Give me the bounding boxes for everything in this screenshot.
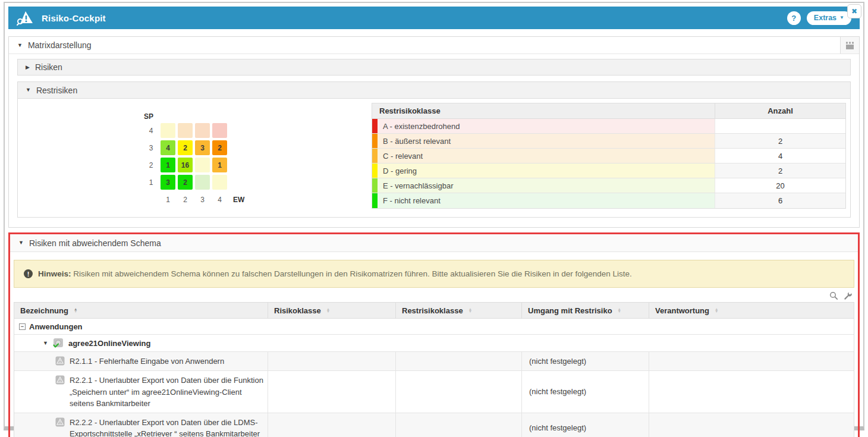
matrix-cell[interactable] [195,158,210,172]
risk-bezeichnung: R2.1.1 - Fehlerhafte Eingabe von Anwende… [70,355,224,367]
matrix-cell[interactable] [212,175,227,190]
matrix-cell[interactable]: 1 [161,158,175,172]
sort-icon: ▲▼ [468,308,472,313]
class-label: E - vernachlässigbar [378,178,715,193]
panel-grid-icon [845,41,856,50]
risiko-cockpit-logo-icon [17,10,34,26]
column-header-anzahl: Anzahl [715,103,845,118]
matrix-cell[interactable]: 2 [178,140,193,155]
table-row[interactable]: D - gering 2 [372,164,845,178]
matrix-cell[interactable]: 2 [212,140,227,155]
risiken-header[interactable]: ▶ Risiken [17,59,851,76]
column-header-restrisikoklasse: Restrisikoklasse [372,103,715,118]
class-label: C - relevant [378,149,715,163]
settings-button[interactable] [844,291,853,300]
risk-risikoklasse [268,352,395,370]
class-color-bar [372,134,378,148]
schema-table: Bezeichnung ▲▼ Risikoklasse ▲▼ Restrisik… [14,302,854,437]
sort-icon: ▲▼ [618,308,621,313]
schema-section-title: Risiken mit abweichendem Schema [29,238,161,248]
column-header-umgang[interactable]: Umgang mit Restrisiko ▲▼ [521,303,649,318]
application-icon [53,338,64,348]
class-count [715,119,845,133]
class-color-bar [372,164,378,178]
extras-button[interactable]: Extras ▼ [807,11,851,25]
sort-icon: ▲▼ [326,308,330,313]
matrix-cell[interactable] [178,123,193,138]
table-row[interactable]: C - relevant 4 [372,149,845,164]
table-toolbar [14,288,854,302]
column-header-restrisikoklasse[interactable]: Restrisikoklasse ▲▼ [395,303,521,318]
wrench-icon [844,291,853,300]
titlebar: Risiko-Cockpit ? Extras ▼ [8,7,860,29]
risk-row[interactable]: R2.1.1 - Fehlerhafte Eingabe von Anwende… [14,352,854,371]
matrix-x-tick: 4 [212,196,227,204]
hint-text: Risiken mit abweichendem Schema können z… [73,269,632,278]
matrix-cell[interactable]: 1 [212,158,227,172]
hint-label: Hinweis: [38,269,73,278]
risk-verantwortung [649,352,854,370]
column-header-bezeichnung[interactable]: Bezeichnung ▲▼ [14,303,268,318]
panel-layout-button[interactable] [840,37,859,54]
risk-matrix: SP 4 3 4 2 3 2 [144,106,253,207]
matrix-cell[interactable]: 3 [161,175,175,190]
table-row[interactable]: A - existenzbedrohend [372,119,845,134]
sort-icon: ▲▼ [715,308,718,313]
info-exclamation-icon: ! [24,269,33,278]
matrix-cell[interactable]: 16 [178,158,193,172]
risk-verantwortung [649,413,854,437]
matrix-cell[interactable] [195,123,210,138]
tree-expand-caret-icon: ▼ [43,341,48,346]
app-window: Risiko-Cockpit ? Extras ▼ ✖ ▼ Matrixdars… [4,2,864,430]
risk-row[interactable]: R2.2.2 - Unerlaubter Export von Daten üb… [14,413,854,437]
risk-umgang: (nicht festgelegt) [521,352,649,370]
class-color-bar [372,119,378,133]
tree-row-application[interactable]: ▼ agree21OnlineViewing [14,335,854,352]
class-label: B - äußerst relevant [378,134,715,148]
matrix-cell[interactable]: 2 [178,175,193,190]
matrix-x-tick: 3 [195,196,210,204]
collapse-caret-icon: ▼ [26,87,31,93]
matrix-cell[interactable] [212,123,227,138]
table-row[interactable]: F - nicht relevant 6 [372,193,845,208]
matrix-cell[interactable]: 3 [195,140,210,155]
column-header-risikoklasse[interactable]: Risikoklasse ▲▼ [268,303,395,318]
risk-verantwortung [649,371,854,413]
collapse-caret-icon: ▼ [17,43,23,48]
risk-bezeichnung: R2.2.2 - Unerlaubter Export von Daten üb… [70,416,268,437]
risk-row[interactable]: R2.2.1 - Unerlaubter Export von Daten üb… [14,371,854,413]
schema-section-header[interactable]: ▼ Risiken mit abweichendem Schema [10,234,858,252]
matrixdarstellung-header[interactable]: ▼ Matrixdarstellung [9,37,859,54]
matrixdarstellung-panel: ▼ Matrixdarstellung ▶ Risiken ▼ [8,36,860,228]
matrix-x-tick: 1 [161,196,175,204]
hint-box: ! Hinweis: Risiken mit abweichendem Sche… [14,260,854,288]
risk-bezeichnung: R2.2.1 - Unerlaubter Export von Daten üb… [70,374,268,410]
restrisiken-panel: ▼ Restrisiken SP 4 [17,81,851,218]
matrix-cell[interactable] [161,123,175,138]
table-header-row: Restrisikoklasse Anzahl [372,103,845,119]
restrisiken-title: Restrisiken [36,86,77,95]
risk-icon [55,375,65,386]
risk-restrisikoklasse [395,413,521,437]
matrix-cell[interactable]: 4 [161,140,175,155]
table-row[interactable]: E - vernachlässigbar 20 [372,178,845,193]
chevron-down-icon: ▼ [839,15,844,20]
restrisiken-header[interactable]: ▼ Restrisiken [18,82,850,99]
column-header-verantwortung[interactable]: Verantwortung ▲▼ [649,303,854,318]
matrix-cell[interactable] [195,175,210,190]
class-count: 2 [715,134,845,148]
close-button[interactable]: ✖ [847,4,861,18]
help-button[interactable]: ? [787,11,801,25]
search-button[interactable] [829,291,838,300]
class-count: 2 [715,164,845,178]
restrisikoklasse-table: Restrisikoklasse Anzahl A - existenzbedr… [372,103,846,209]
app-title: Risiko-Cockpit [42,13,106,23]
collapse-caret-icon: ▶ [26,65,30,70]
group-row-anwendungen[interactable]: − Anwendungen [14,319,854,335]
risk-restrisikoklasse [395,352,521,370]
search-icon [829,291,838,300]
matrix-y-tick: 1 [144,178,158,187]
table-row[interactable]: B - äußerst relevant 2 [372,134,845,149]
matrix-y-tick: 3 [144,144,158,152]
close-icon: ✖ [851,7,857,15]
